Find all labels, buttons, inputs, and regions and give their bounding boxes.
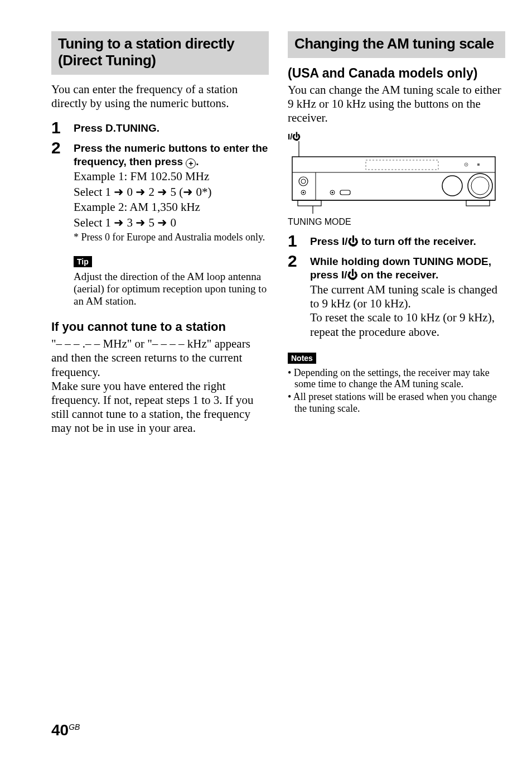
section-header-am-scale: Changing the AM tuning scale: [288, 31, 505, 58]
svg-point-8: [468, 174, 492, 198]
svg-rect-20: [466, 200, 490, 206]
power-button-label: I/⏻: [288, 132, 505, 141]
right-arrow-icon: ➜: [114, 216, 124, 229]
right-arrow-icon: ➜: [157, 216, 167, 229]
example-1-label: Example 1: FM 102.50 MHz: [74, 170, 269, 184]
step-number: 2: [51, 139, 74, 156]
step-number: 1: [288, 233, 310, 249]
svg-point-15: [332, 192, 333, 194]
svg-point-5: [466, 164, 467, 165]
note-item: • Depending on the settings, the receive…: [288, 367, 505, 390]
page-number: 40GB: [51, 721, 80, 739]
svg-rect-3: [366, 160, 438, 170]
svg-point-11: [301, 179, 306, 184]
enter-plus-icon: +: [186, 158, 196, 168]
direct-tuning-intro: You can enter the frequency of a station…: [51, 83, 269, 110]
step-1-instruction: Press D.TUNING.: [74, 122, 269, 135]
am-scale-intro: You can change the AM tuning scale to ei…: [288, 83, 505, 126]
right-step-2: 2 While holding down TUNING MODE, press …: [288, 253, 505, 339]
usa-canada-heading: (USA and Canada models only): [288, 66, 505, 81]
tip-body: Adjust the direction of the AM loop ante…: [74, 271, 269, 307]
right-arrow-icon: ➜: [114, 185, 124, 198]
right-step-1: 1 Press I/⏻ to turn off the receiver.: [288, 233, 505, 249]
right-arrow-icon: ➜: [157, 185, 167, 198]
example-2-label: Example 2: AM 1,350 kHz: [74, 200, 269, 214]
right-step-2-instruction: While holding down TUNING MODE, press I/…: [310, 255, 505, 282]
step-1: 1 Press D.TUNING.: [51, 119, 269, 136]
notes-label: Notes: [288, 353, 316, 364]
footnote: * Press 0 for Europe and Australia model…: [74, 232, 269, 243]
svg-point-7: [442, 176, 462, 196]
power-icon: ⏻: [292, 132, 301, 141]
cannot-tune-body: "– – – .– – MHz" or "– – – – kHz" appear…: [51, 337, 269, 435]
svg-point-13: [303, 192, 304, 194]
step-2-instruction: Press the numeric buttons to enter the f…: [74, 142, 269, 168]
notes-list: • Depending on the settings, the receive…: [288, 367, 505, 415]
right-arrow-icon: ➜: [136, 216, 146, 229]
step-number: 1: [51, 119, 74, 136]
right-step-1-instruction: Press I/⏻ to turn off the receiver.: [310, 235, 505, 248]
cannot-tune-heading: If you cannot tune to a station: [51, 320, 269, 334]
receiver-diagram: I/⏻: [288, 132, 505, 227]
section-header-direct-tuning: Tuning to a station directly (Direct Tun…: [51, 31, 269, 75]
svg-rect-19: [298, 200, 321, 206]
step-number: 2: [288, 253, 310, 269]
power-icon: ⏻: [348, 235, 359, 247]
left-column: Tuning to a station directly (Direct Tun…: [51, 31, 269, 435]
svg-rect-6: [477, 163, 480, 166]
receiver-illustration: [288, 141, 500, 214]
power-icon: ⏻: [347, 269, 358, 281]
right-column: Changing the AM tuning scale (USA and Ca…: [288, 31, 505, 435]
step-2: 2 Press the numeric buttons to enter the…: [51, 139, 269, 243]
example-1-sequence: Select 1 ➜ 0 ➜ 2 ➜ 5 (➜ 0*): [74, 185, 269, 199]
tip-label: Tip: [74, 256, 92, 267]
svg-rect-16: [340, 190, 350, 195]
svg-point-9: [471, 177, 489, 195]
example-2-sequence: Select 1 ➜ 3 ➜ 5 ➜ 0: [74, 215, 269, 230]
right-arrow-icon: ➜: [136, 185, 146, 198]
tuning-mode-label: TUNING MODE: [288, 217, 505, 227]
right-step-2-body: The current AM tuning scale is changed t…: [310, 283, 505, 339]
right-arrow-icon: ➜: [183, 185, 193, 198]
svg-point-10: [299, 177, 308, 186]
note-item: • All preset stations will be erased whe…: [288, 391, 505, 414]
